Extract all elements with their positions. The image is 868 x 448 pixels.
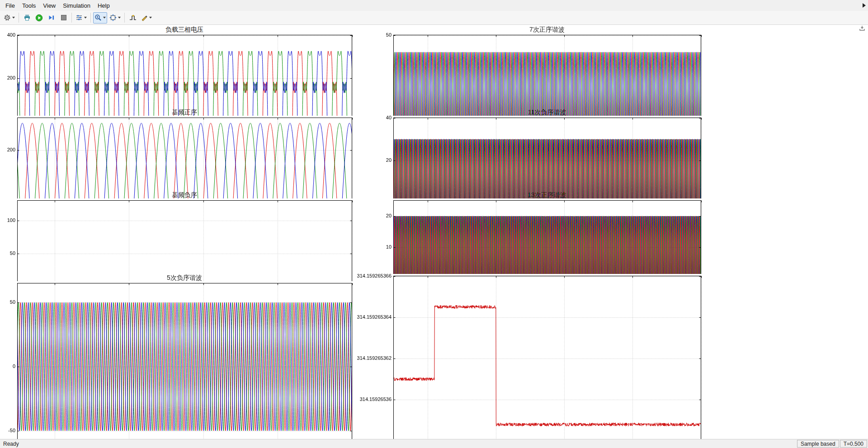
status-sample-mode: Sample based [797, 440, 839, 448]
toolbar-separator [71, 13, 72, 23]
menu-simulation[interactable]: Simulation [59, 0, 94, 11]
chart-11th-harmonic: 11次负序谐波 [354, 108, 705, 189]
trigger-button[interactable] [127, 12, 138, 24]
chart-canvas-frequency[interactable] [354, 274, 705, 448]
measurements-button[interactable] [139, 12, 153, 24]
chart-title: 基频负序 [1, 191, 356, 198]
status-bar: Ready Sample based T=0.500 [0, 439, 868, 448]
autoscale-icon [109, 14, 117, 21]
menu-overflow-icon[interactable] [863, 3, 866, 8]
gear-icon [4, 14, 11, 21]
scope-window: File Tools View Simulation Help [0, 0, 868, 448]
signal-selector-button[interactable] [74, 12, 88, 24]
toolbar-separator [90, 13, 91, 23]
chart-fundamental-positive-sequence: 基频正序 [1, 108, 356, 189]
menu-file[interactable]: File [2, 0, 19, 11]
chart-title: 11次负序谐波 [354, 108, 705, 116]
chart-load-three-phase-voltage: 负载三相电压 [1, 26, 356, 106]
step-forward-icon [48, 14, 55, 21]
menu-view[interactable]: View [39, 0, 59, 11]
chart-title: 负载三相电压 [1, 26, 356, 33]
autoscale-button[interactable] [108, 12, 122, 24]
chart-5th-harmonic: 5次负序谐波 [1, 274, 356, 354]
chart-fundamental-negative-sequence: 基频负序 [1, 191, 356, 272]
chart-canvas-5th-harmonic[interactable] [1, 281, 356, 448]
chart-title: 13次正序谐波 [354, 191, 705, 198]
chart-frequency [354, 274, 705, 354]
print-icon [24, 14, 31, 21]
toolbar [0, 11, 868, 25]
stop-icon [61, 14, 67, 21]
chevron-down-icon [12, 17, 15, 19]
zoom-icon [94, 14, 102, 21]
status-sim-time: T=0.500 [840, 440, 867, 448]
status-ready: Ready [1, 441, 796, 447]
chart-title: 5次负序谐波 [1, 274, 356, 281]
zoom-button[interactable] [93, 12, 107, 24]
toolbar-separator [19, 13, 19, 23]
toolbar-separator [124, 13, 125, 23]
pen-icon [141, 14, 148, 21]
trigger-icon [129, 14, 137, 21]
menu-bar: File Tools View Simulation Help [0, 0, 868, 11]
parameters-button[interactable] [2, 12, 16, 24]
signal-selector-icon [75, 14, 83, 21]
menu-tools[interactable]: Tools [19, 0, 39, 11]
chart-13th-harmonic: 13次正序谐波 [354, 191, 705, 272]
play-icon [35, 14, 43, 22]
chevron-down-icon [149, 17, 152, 19]
dock-figure-icon[interactable] [859, 25, 865, 33]
run-button[interactable] [33, 12, 45, 24]
chevron-down-icon [103, 17, 106, 19]
chart-title: 7次正序谐波 [354, 26, 705, 33]
chevron-down-icon [118, 17, 121, 19]
chart-7th-harmonic: 7次正序谐波 [354, 26, 705, 106]
stop-button[interactable] [58, 12, 69, 24]
plot-area: 负载三相电压 基频正序 基频负序 5次负序谐波 7次正序谐波 11次负序谐波 1… [0, 25, 868, 439]
step-forward-button[interactable] [46, 12, 57, 24]
menu-help[interactable]: Help [94, 0, 113, 11]
chart-title: 基频正序 [1, 108, 356, 116]
chevron-down-icon [84, 17, 87, 19]
print-button[interactable] [21, 12, 33, 24]
